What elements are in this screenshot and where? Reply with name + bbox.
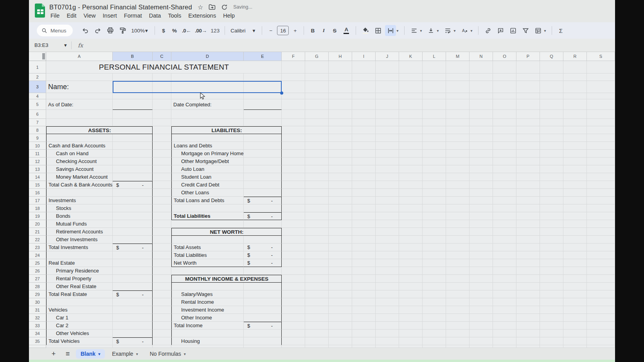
cell-N-partial[interactable] <box>470 345 493 348</box>
cell-J30[interactable] <box>376 298 399 306</box>
cell-J4[interactable] <box>376 93 399 99</box>
cell-F25[interactable] <box>282 259 305 267</box>
cell-I30[interactable] <box>352 298 376 306</box>
cell-S27[interactable] <box>587 275 615 283</box>
sheet-tab-blank[interactable]: Blank▾ <box>76 349 105 358</box>
menu-help[interactable]: Help <box>219 11 238 20</box>
cell-O15[interactable] <box>493 181 516 189</box>
cell-H34[interactable] <box>329 330 352 337</box>
cell-F15[interactable] <box>282 181 305 189</box>
cell-A18[interactable]: Stocks <box>46 204 113 212</box>
cell-M20[interactable] <box>446 220 470 228</box>
cell-B18[interactable] <box>113 204 153 212</box>
cell-B12[interactable] <box>113 158 153 165</box>
cell-C30[interactable] <box>153 298 171 306</box>
cell-K9[interactable] <box>399 134 423 142</box>
cell-E6[interactable] <box>244 110 282 119</box>
cell-H33[interactable] <box>329 322 352 330</box>
text-color-icon[interactable]: A <box>341 25 352 36</box>
cell-N11[interactable] <box>470 150 493 158</box>
selection-fill-handle[interactable] <box>280 91 283 95</box>
cell-G33[interactable] <box>305 322 329 330</box>
cell-F1[interactable] <box>282 61 305 73</box>
cell-R9[interactable] <box>563 134 587 142</box>
cell-H16[interactable] <box>329 189 352 197</box>
cell-F2[interactable] <box>282 73 305 81</box>
cell-M9[interactable] <box>446 134 470 142</box>
horizontal-align-icon[interactable] <box>408 25 419 36</box>
cell-K5[interactable] <box>399 99 423 110</box>
cell-D21[interactable]: NET WORTH: <box>171 228 282 236</box>
cell-F3[interactable] <box>282 81 305 93</box>
cell-F19[interactable] <box>282 212 305 220</box>
cell-D29[interactable]: Salary/Wages <box>171 290 244 298</box>
cell-I1[interactable] <box>352 61 376 73</box>
cell-H-partial[interactable] <box>329 345 352 348</box>
borders-icon[interactable] <box>372 25 383 36</box>
row-header-8[interactable]: 8 <box>29 126 46 134</box>
cell-C7[interactable] <box>153 119 171 126</box>
cell-E28[interactable] <box>244 283 282 290</box>
cell-J12[interactable] <box>376 158 399 165</box>
cell-S1[interactable] <box>587 61 615 73</box>
cell-A15[interactable]: Total Cash & Bank Accounts <box>46 181 113 189</box>
row-header-partial[interactable] <box>29 345 46 348</box>
cell-I28[interactable] <box>352 283 376 290</box>
cell-B10[interactable] <box>113 142 153 150</box>
cell-O19[interactable] <box>493 212 516 220</box>
sheets-logo-icon[interactable] <box>34 3 46 18</box>
cell-D8[interactable]: LIABILITES: <box>171 126 282 134</box>
cell-M-partial[interactable] <box>446 345 470 348</box>
name-box[interactable]: B3:E3 ▾ <box>29 42 71 48</box>
cell-L32[interactable] <box>423 314 446 322</box>
cell-R-partial[interactable] <box>563 345 587 348</box>
cell-O33[interactable] <box>493 322 516 330</box>
cell-H18[interactable] <box>329 204 352 212</box>
cell-N15[interactable] <box>470 181 493 189</box>
cell-N3[interactable] <box>470 81 493 93</box>
cell-Q27[interactable] <box>540 275 563 283</box>
cell-F12[interactable] <box>282 158 305 165</box>
cell-E30[interactable] <box>244 298 282 306</box>
cell-L6[interactable] <box>423 110 446 119</box>
cell-F-partial[interactable] <box>282 345 305 348</box>
cell-D30[interactable]: Rental Income <box>171 298 244 306</box>
cell-I23[interactable] <box>352 244 376 251</box>
cell-K10[interactable] <box>399 142 423 150</box>
cell-K15[interactable] <box>399 181 423 189</box>
decrease-font-size-button[interactable]: − <box>266 25 275 36</box>
cell-P3[interactable] <box>516 81 540 93</box>
cell-I32[interactable] <box>352 314 376 322</box>
cell-A14[interactable]: Money Market Account <box>46 173 113 181</box>
cell-Q32[interactable] <box>540 314 563 322</box>
cell-D34[interactable] <box>171 330 244 337</box>
cell-N18[interactable] <box>470 204 493 212</box>
cell-O23[interactable] <box>493 244 516 251</box>
cell-B-partial[interactable] <box>113 345 153 348</box>
functions-icon[interactable]: Σ <box>556 25 565 36</box>
cell-M34[interactable] <box>446 330 470 337</box>
cell-N30[interactable] <box>470 298 493 306</box>
cell-S3[interactable] <box>587 81 615 93</box>
cell-G15[interactable] <box>305 181 329 189</box>
cell-L25[interactable] <box>423 259 446 267</box>
cell-L18[interactable] <box>423 204 446 212</box>
cell-G14[interactable] <box>305 173 329 181</box>
cell-F30[interactable] <box>282 298 305 306</box>
cell-L13[interactable] <box>423 165 446 173</box>
cell-H32[interactable] <box>329 314 352 322</box>
cell-K21[interactable] <box>399 228 423 236</box>
cell-S24[interactable] <box>587 251 615 259</box>
font-select[interactable]: Calibri ▾ <box>229 27 258 34</box>
cell-C6[interactable] <box>153 110 171 119</box>
column-header-N[interactable]: N <box>470 52 493 61</box>
cell-N1[interactable] <box>470 61 493 73</box>
cell-D3[interactable] <box>171 81 244 93</box>
cell-A32[interactable]: Car 1 <box>46 314 113 322</box>
cell-Q34[interactable] <box>540 330 563 337</box>
cell-E35[interactable] <box>244 337 282 345</box>
cell-M2[interactable] <box>446 73 470 81</box>
column-header-M[interactable]: M <box>446 52 470 61</box>
cell-C27[interactable] <box>153 275 171 283</box>
star-icon[interactable]: ☆ <box>198 4 203 11</box>
